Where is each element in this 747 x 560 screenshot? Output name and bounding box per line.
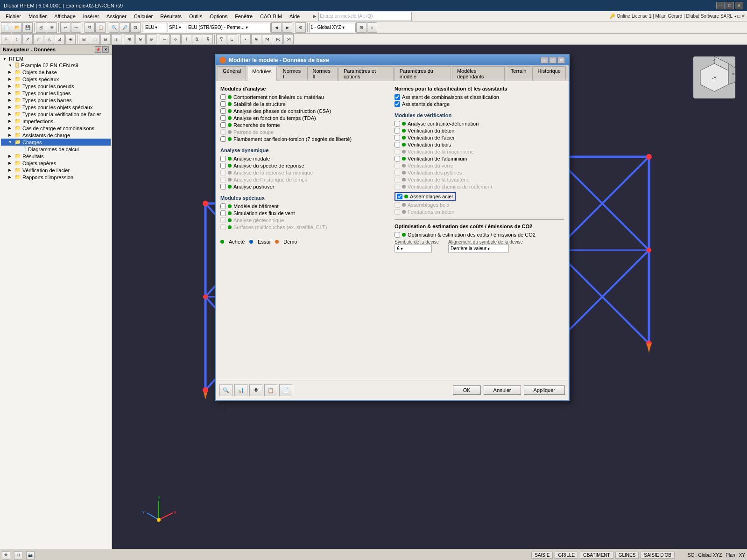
expand-btn[interactable]: »	[367, 22, 377, 33]
normes-cb-1[interactable]	[395, 101, 400, 107]
analyse-cb-5[interactable]	[220, 129, 226, 135]
analyse-cb-4[interactable]	[220, 122, 226, 128]
verif-cb-1[interactable]	[395, 128, 400, 133]
menu-modifier[interactable]: Modifier	[25, 13, 50, 20]
tab-normes1[interactable]: Normes I	[278, 66, 307, 81]
redo-btn[interactable]: ↪	[71, 22, 81, 33]
tb2-6[interactable]: ⊿	[55, 34, 65, 44]
nav-objets-speciaux[interactable]: ▶ 📁 Objets spéciaux	[1, 76, 111, 83]
new-btn[interactable]: 📄	[1, 22, 11, 33]
dyn-cb-2[interactable]	[220, 170, 226, 175]
tb2-4[interactable]: ⤢	[33, 34, 43, 44]
menu-inserer[interactable]: Insérer	[79, 13, 103, 20]
status-eye2-btn[interactable]: ⊡	[14, 551, 22, 560]
nav-imperfections[interactable]: ▶ 📁 Imperfections	[1, 118, 111, 125]
sp-cb-2[interactable]	[220, 217, 226, 223]
nav-charges[interactable]: ▼ 📁 Charges	[1, 139, 111, 146]
copy-btn[interactable]: ⧉	[85, 22, 95, 33]
tab-modeles-dep[interactable]: Modèles dépendants	[452, 66, 505, 81]
zoom-in-btn[interactable]: 🔍	[109, 22, 119, 33]
optim-cb-0[interactable]	[395, 232, 400, 238]
nav-cas-charge[interactable]: ▶ 📁 Cas de charge et combinaisons	[1, 125, 111, 132]
tb2-5[interactable]: △	[44, 34, 54, 44]
normes-cb-0[interactable]	[395, 94, 400, 100]
analyse-cb-0[interactable]	[220, 94, 226, 100]
sp-cb-1[interactable]	[220, 210, 226, 216]
menu-outils[interactable]: Outils	[185, 13, 206, 20]
tb2-2[interactable]: ↕	[12, 34, 22, 44]
print-btn[interactable]: 🖨	[36, 22, 46, 33]
verif-cb-3[interactable]	[395, 142, 400, 147]
nav-types-lignes[interactable]: ▶ 📁 Types pour les lignes	[1, 90, 111, 97]
view-btn[interactable]: ⊞	[356, 22, 366, 33]
tb2-17[interactable]: ⊺	[181, 34, 191, 44]
settings-btn[interactable]: ⚙	[296, 22, 306, 33]
tab-terrain[interactable]: Terrain	[506, 66, 532, 81]
tb2-16[interactable]: ⊹	[170, 34, 181, 44]
status-saisie[interactable]: SAISIE	[531, 552, 553, 559]
next-btn[interactable]: ▶	[282, 22, 292, 33]
maximize-btn[interactable]: □	[726, 2, 734, 9]
nav-types-speciaux[interactable]: ▶ 📁 Types pour les objets spéciaux	[1, 104, 111, 111]
status-gbatiment[interactable]: GBATIMENT	[580, 552, 613, 559]
load-combo[interactable]: ELU (STR/GEO) - Perme... ▾	[187, 23, 271, 32]
menu-aide[interactable]: Aide	[286, 13, 303, 20]
prev-btn[interactable]: ◀	[271, 22, 282, 33]
analyse-cb-6[interactable]	[220, 136, 226, 142]
tb2-20[interactable]: ⊽	[216, 34, 226, 44]
menu-resultats[interactable]: Résultats	[156, 13, 185, 20]
paste-btn[interactable]: 📋	[95, 22, 106, 33]
menu-calculer[interactable]: Calculer	[130, 13, 156, 20]
nav-close-btn[interactable]: ✕	[102, 46, 109, 53]
tb2-26[interactable]: ⋊	[283, 34, 294, 44]
3d-cube-navigator[interactable]: -Y Z X	[691, 54, 738, 101]
tab-params-modele[interactable]: Paramètres du modèle	[395, 66, 451, 81]
sp-cb-3[interactable]	[220, 224, 226, 230]
elu-combo[interactable]: ELU ▾	[144, 23, 167, 32]
assembl-cb-1[interactable]	[395, 202, 400, 208]
apply-button[interactable]: Appliquer	[524, 385, 565, 395]
dyn-cb-3[interactable]	[220, 177, 226, 182]
dyn-cb-4[interactable]	[220, 184, 226, 189]
dialog-close-btn[interactable]: ✕	[557, 57, 565, 63]
tb2-19[interactable]: ⊼	[203, 34, 213, 44]
status-glines[interactable]: GLINES	[615, 552, 639, 559]
dyn-cb-0[interactable]	[220, 156, 226, 161]
tb2-24[interactable]: ⋈	[262, 34, 272, 44]
verif-cb-6[interactable]	[395, 163, 400, 168]
dialog-minimize-btn[interactable]: ─	[541, 57, 548, 63]
verif-cb-2[interactable]	[395, 135, 400, 140]
zoom-out-btn[interactable]: 🔎	[120, 22, 130, 33]
dyn-cb-1[interactable]	[220, 163, 226, 168]
tb2-14[interactable]: ⊖	[146, 34, 156, 44]
tab-general[interactable]: Général	[218, 66, 246, 81]
nav-diagrammes[interactable]: 📄 Diagrammes de calcul	[1, 146, 111, 153]
verif-cb-0[interactable]	[395, 121, 400, 126]
nav-pin-btn[interactable]: 📌	[95, 46, 101, 53]
menu-options[interactable]: Options	[206, 13, 231, 20]
verif-cb-4[interactable]	[395, 149, 400, 154]
analyse-cb-3[interactable]	[220, 115, 226, 121]
footer-doc-btn[interactable]: 📄	[279, 384, 292, 396]
nav-rapports[interactable]: ▶ 📁 Rapports d'impression	[1, 174, 111, 181]
tb2-9[interactable]: ⬚	[90, 34, 100, 44]
menu-fichier[interactable]: Fichier	[2, 13, 25, 20]
footer-chart-btn[interactable]: 📊	[234, 384, 247, 396]
verif-cb-5[interactable]	[395, 156, 400, 161]
nav-types-barres[interactable]: ▶ 📁 Types pour les barres	[1, 97, 111, 104]
tab-historique[interactable]: Historique	[532, 66, 566, 81]
cancel-button[interactable]: Annuler	[484, 385, 521, 395]
tab-normes2[interactable]: Normes II	[307, 66, 337, 81]
tb2-23[interactable]: ⋇	[251, 34, 261, 44]
status-grille[interactable]: GRILLE	[555, 552, 578, 559]
nav-types-noeuds[interactable]: ▶ 📁 Types pour les noeuds	[1, 83, 111, 90]
verif-cb-8[interactable]	[395, 177, 400, 182]
menu-cao-bim[interactable]: CAO-BIM	[256, 13, 286, 20]
nav-example[interactable]: ▼ 🗄 Example-02-EN-CEN.rs9	[1, 62, 111, 69]
footer-clip-btn[interactable]: 📋	[264, 384, 277, 396]
nav-rfem[interactable]: ▼ RFEM	[1, 56, 111, 62]
analyse-cb-1[interactable]	[220, 101, 226, 107]
tb2-15[interactable]: ⊸	[160, 34, 170, 44]
currency-combo[interactable]: € ▾	[395, 245, 432, 252]
tb2-12[interactable]: ⊕	[125, 34, 135, 44]
